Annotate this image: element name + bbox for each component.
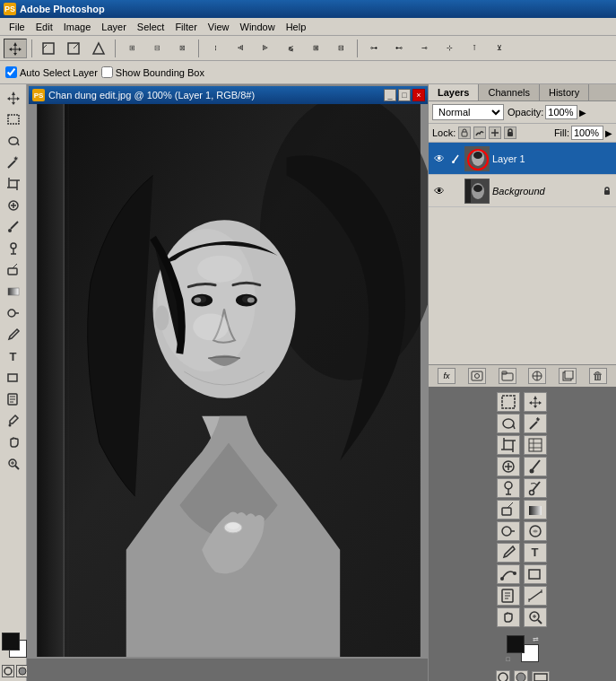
rtool-shape[interactable] xyxy=(524,564,547,584)
new-adjustment-btn[interactable] xyxy=(528,368,546,384)
rtool-eraser[interactable] xyxy=(497,500,520,519)
align-btn4[interactable]: ⫹ xyxy=(279,39,302,58)
layer-mask-btn[interactable] xyxy=(468,368,486,384)
lock-pixels-btn[interactable] xyxy=(458,127,471,139)
rtool-wand[interactable] xyxy=(524,414,547,433)
fill-arrow[interactable]: ▶ xyxy=(605,128,612,138)
swap-colors-btn[interactable]: ⇄ xyxy=(533,635,539,643)
menu-view[interactable]: View xyxy=(203,21,235,33)
tb-btn3[interactable] xyxy=(87,39,110,58)
move-tool-icon[interactable] xyxy=(4,88,23,108)
notes-tool-icon[interactable] xyxy=(4,389,23,409)
layer-item-background[interactable]: 👁 Background xyxy=(429,175,616,207)
align-btn2[interactable]: ⫷ xyxy=(229,39,252,58)
rtool-clone[interactable] xyxy=(497,478,520,498)
lasso-tool-icon[interactable] xyxy=(4,131,23,151)
standard-mode-icon[interactable] xyxy=(496,670,510,682)
bounding-box-label[interactable]: Show Bounding Box xyxy=(101,66,204,78)
eraser-tool-icon[interactable] xyxy=(4,260,23,280)
new-group-btn[interactable] xyxy=(499,368,516,384)
opacity-arrow[interactable]: ▶ xyxy=(579,108,586,118)
rtool-zoom[interactable] xyxy=(524,607,547,627)
tb-btn5[interactable]: ⊟ xyxy=(145,39,169,58)
bounding-box-checkbox[interactable] xyxy=(101,66,113,78)
dist-btn5[interactable]: ⊺ xyxy=(463,39,486,58)
rtool-slice[interactable] xyxy=(524,435,547,455)
rtool-pen[interactable] xyxy=(497,543,520,563)
screen-mode-icon[interactable] xyxy=(532,671,550,682)
opacity-input[interactable] xyxy=(545,105,577,119)
menu-file[interactable]: File xyxy=(4,21,30,33)
marquee-tool-icon[interactable] xyxy=(4,109,23,129)
lock-position-btn[interactable] xyxy=(489,127,501,139)
shape-tool-icon[interactable] xyxy=(4,368,23,388)
tab-history[interactable]: History xyxy=(540,84,589,100)
layer-item-layer1[interactable]: 👁 xyxy=(429,143,616,175)
tb-btn1[interactable] xyxy=(37,39,60,58)
dropper-tool-icon[interactable] xyxy=(4,411,23,431)
menu-filter[interactable]: Filter xyxy=(169,21,202,33)
dist-btn3[interactable]: ⊸ xyxy=(412,39,436,58)
fg-color-swatch[interactable] xyxy=(507,635,525,653)
clone-stamp-icon[interactable] xyxy=(4,239,23,258)
lock-all-btn[interactable] xyxy=(504,127,516,139)
heal-tool-icon[interactable] xyxy=(4,196,23,215)
dist-btn4[interactable]: ⊹ xyxy=(438,39,461,58)
rtool-crop[interactable] xyxy=(497,435,520,455)
pen-tool-icon[interactable] xyxy=(4,325,23,345)
maximize-btn[interactable]: □ xyxy=(398,89,411,101)
rtool-select1[interactable] xyxy=(497,392,520,412)
minimize-btn[interactable]: _ xyxy=(384,89,396,101)
rtool-fill[interactable] xyxy=(524,500,547,519)
foreground-color-swatch[interactable] xyxy=(2,633,20,650)
fill-input[interactable] xyxy=(571,126,603,140)
rtool-heal[interactable] xyxy=(497,457,520,476)
dist-btn1[interactable]: ⊶ xyxy=(362,39,386,58)
menu-help[interactable]: Help xyxy=(281,21,312,33)
layer1-visibility-toggle[interactable]: 👁 xyxy=(432,152,447,166)
color-swatches[interactable] xyxy=(2,633,27,658)
auto-select-checkbox[interactable] xyxy=(5,66,17,78)
default-colors-btn[interactable]: □ xyxy=(507,656,510,662)
move-tool-button[interactable] xyxy=(4,39,27,58)
align-btn6[interactable]: ⊟ xyxy=(329,39,352,58)
rtool-brush[interactable] xyxy=(524,457,547,476)
layer-effects-btn[interactable]: fx xyxy=(438,368,455,384)
rtool-measure[interactable] xyxy=(524,586,547,606)
align-btn3[interactable]: ⫸ xyxy=(254,39,277,58)
hand-tool-icon[interactable] xyxy=(4,432,23,452)
tab-channels[interactable]: Channels xyxy=(479,84,539,100)
delete-layer-btn[interactable]: 🗑 xyxy=(589,368,607,384)
rtool-path[interactable] xyxy=(497,564,520,584)
quick-mask-icon[interactable] xyxy=(514,670,528,682)
rtool-hand[interactable] xyxy=(497,607,520,627)
rtool-lasso[interactable] xyxy=(497,414,520,433)
menu-select[interactable]: Select xyxy=(132,21,170,33)
dodge-tool-icon[interactable] xyxy=(4,303,23,323)
tb-btn6[interactable]: ⊠ xyxy=(170,39,194,58)
rtool-notes[interactable] xyxy=(497,586,520,606)
align-btn1[interactable]: ⫶ xyxy=(204,39,227,58)
new-layer-btn[interactable] xyxy=(559,368,577,384)
close-btn[interactable]: × xyxy=(412,89,425,101)
type-tool-icon[interactable]: T xyxy=(4,346,23,366)
lock-image-btn[interactable] xyxy=(473,127,486,139)
dist-btn2[interactable]: ⊷ xyxy=(387,39,411,58)
brush-tool-icon[interactable] xyxy=(4,217,23,237)
blend-mode-select[interactable]: Normal Multiply Screen Overlay xyxy=(432,104,504,120)
standard-mode-btn[interactable] xyxy=(2,665,14,677)
rtool-histbrush[interactable] xyxy=(524,478,547,498)
rtool-type[interactable]: T xyxy=(524,543,547,563)
tab-layers[interactable]: Layers xyxy=(429,84,479,100)
zoom-tool-icon[interactable] xyxy=(4,454,23,474)
rtool-select2[interactable] xyxy=(524,392,547,412)
menu-window[interactable]: Window xyxy=(235,21,281,33)
crop-tool-icon[interactable] xyxy=(4,174,23,194)
menu-layer[interactable]: Layer xyxy=(96,21,132,33)
background-visibility-toggle[interactable]: 👁 xyxy=(432,184,447,198)
menu-edit[interactable]: Edit xyxy=(30,21,58,33)
magic-wand-icon[interactable] xyxy=(4,153,23,172)
tb-btn2[interactable] xyxy=(62,39,85,58)
rtool-dodge[interactable] xyxy=(497,521,520,541)
tb-btn4[interactable]: ⊞ xyxy=(120,39,143,58)
